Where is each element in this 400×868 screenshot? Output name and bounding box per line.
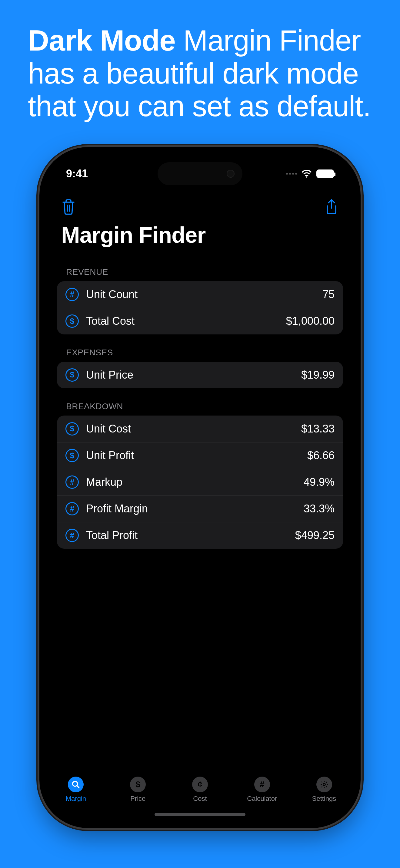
- share-icon[interactable]: [324, 198, 339, 216]
- row-value: 75: [322, 288, 335, 301]
- nav-bar: [45, 195, 355, 219]
- dollar-icon: $: [130, 777, 146, 792]
- tab-margin[interactable]: Margin: [53, 777, 98, 803]
- tab-price[interactable]: $Price: [115, 777, 161, 803]
- dollar-icon: $: [65, 314, 79, 328]
- row-label: Total Profit: [86, 529, 288, 542]
- home-indicator: [154, 813, 246, 816]
- dollar-icon: $: [65, 368, 79, 382]
- breakdown-row[interactable]: #Markup49.9%: [57, 469, 343, 495]
- content: REVENUE #Unit Count75$Total Cost$1,000.0…: [45, 254, 355, 771]
- status-cellular-icon: [286, 173, 297, 175]
- revenue-row[interactable]: #Unit Count75: [57, 281, 343, 308]
- phone-frame: 9:41: [39, 147, 361, 828]
- trash-icon[interactable]: [61, 198, 76, 216]
- hash-icon: #: [254, 777, 270, 792]
- row-value: 33.3%: [304, 502, 335, 515]
- breakdown-row[interactable]: $Unit Profit$6.66: [57, 442, 343, 469]
- dynamic-island: [158, 162, 242, 185]
- row-label: Markup: [86, 476, 296, 489]
- revenue-card: #Unit Count75$Total Cost$1,000.00: [57, 281, 343, 334]
- tab-label: Cost: [193, 795, 207, 803]
- row-label: Unit Count: [86, 288, 315, 301]
- section-header-expenses: EXPENSES: [57, 334, 343, 362]
- row-label: Unit Cost: [86, 423, 294, 435]
- row-value: $499.25: [295, 529, 335, 542]
- tab-label: Margin: [66, 795, 86, 803]
- revenue-row[interactable]: $Total Cost$1,000.00: [57, 308, 343, 334]
- section-header-breakdown: BREAKDOWN: [57, 388, 343, 415]
- expenses-card: $Unit Price$19.99: [57, 362, 343, 388]
- page-title: Margin Finder: [45, 219, 355, 254]
- row-value: $6.66: [307, 449, 335, 462]
- dollar-icon: $: [65, 449, 79, 462]
- search-icon: [68, 777, 84, 792]
- tab-cost[interactable]: ¢Cost: [177, 777, 223, 803]
- svg-point-2: [323, 783, 325, 785]
- promo-bold: Dark Mode: [28, 24, 175, 57]
- hash-icon: #: [65, 502, 79, 516]
- row-value: $19.99: [301, 369, 335, 381]
- row-label: Unit Profit: [86, 449, 300, 462]
- dollar-icon: $: [65, 422, 79, 435]
- row-label: Total Cost: [86, 315, 279, 328]
- battery-icon: [316, 169, 334, 178]
- tab-label: Settings: [312, 795, 336, 803]
- tab-calculator[interactable]: #Calculator: [239, 777, 285, 803]
- tab-label: Price: [130, 795, 145, 803]
- status-time: 9:41: [66, 167, 88, 180]
- cent-icon: ¢: [192, 777, 208, 792]
- expenses-row[interactable]: $Unit Price$19.99: [57, 362, 343, 388]
- hash-icon: #: [65, 288, 79, 301]
- promo-headline: Dark Mode Margin Finder has a beautiful …: [28, 24, 372, 123]
- section-header-revenue: REVENUE: [57, 254, 343, 281]
- breakdown-row[interactable]: #Profit Margin33.3%: [57, 495, 343, 522]
- gear-icon: [316, 777, 332, 792]
- breakdown-card: $Unit Cost$13.33$Unit Profit$6.66#Markup…: [57, 415, 343, 549]
- tab-settings[interactable]: Settings: [302, 777, 347, 803]
- tab-bar: Margin$Price¢Cost#CalculatorSettings: [45, 771, 355, 823]
- row-label: Unit Price: [86, 369, 294, 381]
- breakdown-row[interactable]: $Unit Cost$13.33: [57, 415, 343, 442]
- row-value: $1,000.00: [286, 315, 335, 328]
- row-value: $13.33: [301, 423, 335, 435]
- row-value: 49.9%: [304, 476, 335, 489]
- hash-icon: #: [65, 475, 79, 489]
- hash-icon: #: [65, 529, 79, 542]
- phone-screen: 9:41: [45, 153, 355, 823]
- svg-point-0: [306, 177, 307, 178]
- row-label: Profit Margin: [86, 502, 296, 515]
- breakdown-row[interactable]: #Total Profit$499.25: [57, 522, 343, 549]
- wifi-icon: [301, 169, 312, 178]
- tab-label: Calculator: [247, 795, 277, 803]
